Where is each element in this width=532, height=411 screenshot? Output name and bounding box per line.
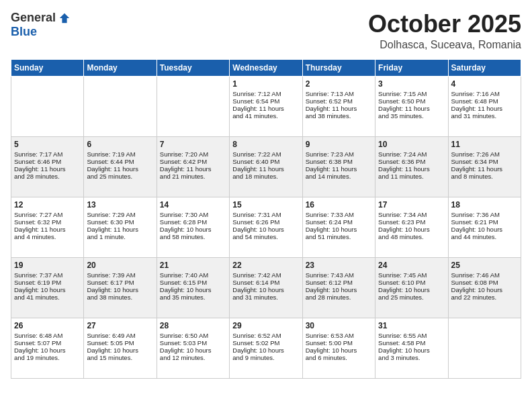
day-info-line: Sunrise: 7:17 AM (14, 150, 62, 158)
day-info-line: and 58 minutes. (160, 233, 206, 240)
day-info-line: Daylight: 10 hours (232, 226, 284, 233)
day-info-line: Daylight: 10 hours (14, 347, 66, 354)
day-info-line: Sunset: 6:08 PM (451, 279, 498, 286)
day-info-line: Sunrise: 7:12 AM (232, 90, 281, 97)
day-number: 9 (306, 140, 372, 149)
day-info-line: Daylight: 10 hours (87, 347, 138, 354)
day-number: 2 (306, 79, 372, 89)
day-info-line: Daylight: 10 hours (306, 347, 357, 354)
calendar-cell: 19Sunrise: 7:37 AMSunset: 6:19 PMDayligh… (11, 257, 84, 318)
day-info-line: and 35 minutes. (160, 293, 206, 301)
calendar-cell: 31Sunrise: 6:55 AMSunset: 4:58 PMDayligh… (375, 318, 448, 378)
day-number: 21 (160, 261, 226, 270)
day-number: 24 (378, 261, 445, 270)
day-info-line: Sunset: 6:34 PM (451, 158, 498, 165)
day-info-line: Sunrise: 7:24 AM (378, 150, 427, 158)
day-info-line: Daylight: 11 hours (87, 165, 138, 173)
day-info-line: Sunset: 6:36 PM (378, 158, 425, 165)
day-info-line: Daylight: 11 hours (232, 105, 284, 112)
day-info-line: and 15 minutes. (87, 354, 132, 361)
calendar-cell: 10Sunrise: 7:24 AMSunset: 6:36 PMDayligh… (375, 136, 448, 197)
page-header: General Blue October 2025 Dolhasca, Suce… (11, 11, 521, 51)
day-info-line: Daylight: 10 hours (160, 347, 212, 354)
header-thursday: Thursday (302, 59, 375, 76)
day-info-line: Sunset: 6:23 PM (378, 218, 425, 226)
day-number: 3 (378, 79, 445, 89)
day-info-line: and 4 minutes. (14, 233, 56, 240)
day-info-line: Sunrise: 7:34 AM (378, 211, 427, 218)
day-number: 6 (87, 140, 153, 149)
day-info-line: Daylight: 10 hours (451, 226, 503, 233)
calendar-cell: 24Sunrise: 7:45 AMSunset: 6:10 PMDayligh… (375, 257, 448, 318)
day-info-line: Daylight: 11 hours (14, 226, 66, 233)
day-info-line: Sunset: 6:40 PM (232, 158, 279, 165)
header-friday: Friday (375, 59, 448, 76)
day-info-line: and 14 minutes. (306, 173, 351, 180)
day-info-line: Sunrise: 7:23 AM (306, 150, 354, 158)
header-tuesday: Tuesday (157, 59, 229, 76)
calendar-cell: 28Sunrise: 6:50 AMSunset: 5:03 PMDayligh… (157, 318, 229, 378)
day-info-line: and 18 minutes. (232, 173, 278, 180)
day-info-line: Sunset: 5:02 PM (232, 339, 279, 347)
day-info-line: Daylight: 10 hours (87, 286, 138, 293)
day-info-line: and 25 minutes. (87, 173, 132, 180)
day-number: 12 (14, 200, 81, 210)
calendar-cell: 14Sunrise: 7:30 AMSunset: 6:28 PMDayligh… (157, 197, 229, 257)
calendar-cell: 17Sunrise: 7:34 AMSunset: 6:23 PMDayligh… (375, 197, 448, 257)
day-info-line: Daylight: 11 hours (378, 165, 430, 173)
calendar-cell: 12Sunrise: 7:27 AMSunset: 6:32 PMDayligh… (11, 197, 84, 257)
day-number: 30 (306, 321, 372, 330)
logo-icon (58, 12, 71, 24)
day-info-line: Daylight: 10 hours (378, 347, 430, 354)
calendar-cell (11, 76, 84, 136)
day-info-line: and 41 minutes. (14, 293, 60, 301)
day-info-line: Sunrise: 6:55 AM (378, 332, 427, 339)
day-info-line: and 41 minutes. (232, 112, 278, 120)
calendar-cell: 4Sunrise: 7:16 AMSunset: 6:48 PMDaylight… (448, 76, 521, 136)
day-number: 28 (160, 321, 226, 330)
calendar-cell: 26Sunrise: 6:48 AMSunset: 5:07 PMDayligh… (11, 318, 84, 378)
day-info-line: Daylight: 10 hours (160, 286, 212, 293)
day-info-line: Sunrise: 7:27 AM (14, 211, 62, 218)
calendar-cell: 25Sunrise: 7:46 AMSunset: 6:08 PMDayligh… (448, 257, 521, 318)
day-info-line: Daylight: 10 hours (306, 226, 357, 233)
day-info-line: Sunset: 6:15 PM (160, 279, 207, 286)
day-number: 22 (232, 261, 299, 270)
calendar-cell: 5Sunrise: 7:17 AMSunset: 6:46 PMDaylight… (11, 136, 84, 197)
calendar-cell: 15Sunrise: 7:31 AMSunset: 6:26 PMDayligh… (230, 197, 302, 257)
day-info-line: Daylight: 11 hours (378, 105, 430, 112)
day-info-line: Sunrise: 7:16 AM (451, 90, 500, 97)
day-number: 8 (232, 140, 299, 149)
day-info-line: and 9 minutes. (232, 354, 274, 361)
day-info-line: Sunrise: 7:33 AM (306, 211, 354, 218)
day-info-line: Daylight: 10 hours (306, 286, 357, 293)
day-info-line: and 28 minutes. (14, 173, 60, 180)
day-info-line: Sunrise: 7:40 AM (160, 271, 208, 279)
day-info-line: and 31 minutes. (451, 112, 497, 120)
day-info-line: Sunrise: 7:30 AM (160, 211, 208, 218)
calendar-cell: 18Sunrise: 7:36 AMSunset: 6:21 PMDayligh… (448, 197, 521, 257)
logo-general-text: General (11, 11, 56, 25)
day-info-line: Sunrise: 7:26 AM (451, 150, 500, 158)
day-number: 20 (87, 261, 153, 270)
day-info-line: Sunset: 6:54 PM (232, 97, 279, 105)
day-info-line: and 44 minutes. (451, 233, 497, 240)
day-info-line: and 28 minutes. (306, 293, 351, 301)
day-info-line: Sunset: 6:17 PM (87, 279, 134, 286)
day-info-line: Sunset: 6:10 PM (378, 279, 425, 286)
day-info-line: and 1 minute. (87, 233, 126, 240)
day-info-line: and 35 minutes. (378, 112, 424, 120)
day-info-line: Sunrise: 7:42 AM (232, 271, 281, 279)
calendar-cell: 20Sunrise: 7:39 AMSunset: 6:17 PMDayligh… (84, 257, 157, 318)
day-number: 26 (14, 321, 81, 330)
day-info-line: Sunset: 5:05 PM (87, 339, 134, 347)
day-info-line: Sunrise: 7:22 AM (232, 150, 281, 158)
day-info-line: Sunset: 6:38 PM (306, 158, 353, 165)
day-info-line: Sunrise: 6:52 AM (232, 332, 281, 339)
calendar-cell (157, 76, 229, 136)
day-info-line: Sunset: 6:48 PM (451, 97, 498, 105)
day-info-line: Sunset: 6:52 PM (306, 97, 353, 105)
day-info-line: Sunset: 6:42 PM (160, 158, 207, 165)
day-number: 27 (87, 321, 153, 330)
day-info-line: Daylight: 10 hours (232, 347, 284, 354)
